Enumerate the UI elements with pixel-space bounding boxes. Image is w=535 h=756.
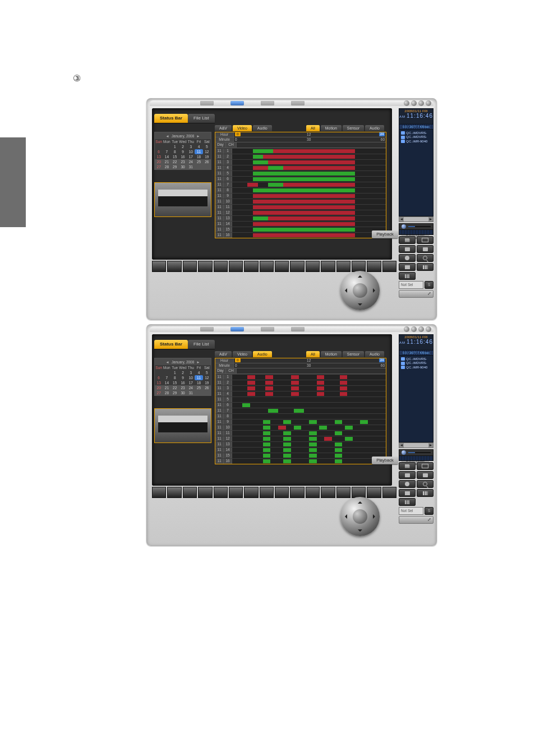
tab-file-list[interactable]: File List — [188, 114, 215, 123]
timeline-panel[interactable]: Hour 0 12 24 Minute 0 30 60 Day CH — [215, 132, 386, 238]
filter-all[interactable]: All — [306, 351, 320, 357]
jog-left-icon[interactable] — [343, 514, 347, 519]
sidebar-camera-icon[interactable] — [417, 471, 433, 479]
hour-mid: 12 — [307, 358, 311, 362]
jog-dial[interactable] — [340, 497, 380, 536]
thumbnail-strip[interactable] — [152, 261, 396, 272]
preset-select[interactable]: Not Sel — [399, 281, 423, 289]
sidebar-print-icon[interactable] — [399, 245, 416, 253]
layout-4-icon[interactable] — [417, 489, 433, 497]
help-icon[interactable] — [404, 100, 409, 106]
playback-button[interactable]: Playback — [372, 457, 398, 464]
toolbar-icon-3[interactable] — [261, 327, 274, 331]
toolbar-icon-4[interactable] — [291, 101, 305, 105]
calendar[interactable]: ◄ January, 2008 ► SunMonTueWedThuFriSat … — [154, 358, 211, 396]
jog-right-icon[interactable] — [373, 514, 377, 519]
toolbar-icon-3[interactable] — [261, 101, 274, 105]
device-scrollbar[interactable]: ◄► — [399, 216, 433, 222]
bandwidth-meter: 0.0 / 2677.7 KB/sec — [399, 125, 433, 130]
tab-audio[interactable]: Audio — [253, 125, 272, 131]
sidebar-camera-icon[interactable] — [417, 245, 433, 253]
sidebar-zoom-icon[interactable] — [417, 480, 433, 488]
maximize-icon[interactable] — [418, 100, 424, 106]
jog-right-icon[interactable] — [373, 288, 377, 293]
filter-audio[interactable]: Audio — [365, 351, 384, 357]
filter-motion[interactable]: Motion — [321, 351, 342, 357]
screenshot-audio-mode: Status Bar File List ◄ January, 2008 ► S… — [146, 324, 437, 546]
filter-sensor[interactable]: Sensor — [343, 125, 364, 131]
sidebar-monitor-icon[interactable] — [417, 236, 433, 244]
volume-slider[interactable] — [399, 223, 433, 230]
toolbar-icon-1[interactable] — [200, 327, 214, 331]
calendar-prev-icon[interactable]: ◄ — [165, 360, 169, 364]
thumbnail-strip[interactable] — [152, 487, 396, 498]
sidebar-monitor-icon[interactable] — [417, 462, 433, 470]
maximize-icon[interactable] — [418, 326, 424, 332]
playback-button[interactable]: Playback — [372, 231, 398, 238]
sidebar-disk-icon[interactable] — [399, 254, 416, 262]
tab-video[interactable]: Video — [233, 351, 252, 357]
layout-9-icon[interactable] — [399, 498, 416, 506]
sidebar-zoom-icon[interactable] — [417, 254, 433, 262]
clock-time: 11:16:46 — [407, 339, 433, 345]
toolbar-icon-1[interactable] — [200, 101, 214, 105]
label-ch: CH — [226, 368, 237, 374]
help-icon[interactable] — [404, 326, 409, 332]
layout-4-icon[interactable] — [417, 263, 433, 271]
expand-button[interactable]: ⤢ — [399, 290, 433, 298]
jog-down-icon[interactable] — [358, 303, 362, 308]
device-list[interactable]: QC..iMDVRS-QC..iMDVRS-QC..iMR-9040 — [399, 356, 433, 442]
layout-1-icon[interactable] — [399, 489, 416, 497]
section-number: ③ — [73, 73, 81, 84]
calendar-next-icon[interactable]: ► — [196, 134, 200, 138]
device-list[interactable]: QC..iMDVRS-QC..iMDVRS-QC..iMR-9040 — [399, 130, 433, 216]
preset-go-button[interactable]: S — [425, 507, 433, 515]
minimize-icon[interactable] — [411, 100, 417, 106]
toolbar-icon-2[interactable] — [230, 327, 244, 331]
clock-ampm: AM — [399, 115, 405, 118]
layout-1-icon[interactable] — [399, 263, 416, 271]
sidebar-document-icon[interactable] — [399, 236, 416, 244]
preview-thumbnail[interactable] — [154, 408, 211, 443]
calendar[interactable]: ◄ January, 2008 ► SunMonTueWedThuFriSat … — [154, 132, 211, 170]
expand-button[interactable]: ⤢ — [399, 516, 433, 524]
minute-end: 60 — [381, 137, 385, 141]
preset-select[interactable]: Not Sel — [399, 507, 423, 515]
tab-av[interactable]: A&V — [215, 351, 232, 357]
filter-all[interactable]: All — [306, 125, 320, 131]
preview-thumbnail[interactable] — [154, 182, 211, 217]
jog-up-icon[interactable] — [358, 273, 362, 278]
tab-video[interactable]: Video — [233, 125, 252, 131]
tab-audio[interactable]: Audio — [253, 351, 272, 357]
minimize-icon[interactable] — [411, 326, 417, 332]
label-hour: Hour — [215, 358, 234, 363]
tab-status-bar[interactable]: Status Bar — [154, 114, 188, 123]
close-icon[interactable] — [426, 326, 431, 332]
label-day: Day — [215, 142, 226, 147]
timeline-panel[interactable]: Hour 0 12 24 Minute 0 30 60 Day CH — [215, 358, 386, 464]
calendar-next-icon[interactable]: ► — [196, 360, 200, 364]
filter-motion[interactable]: Motion — [321, 125, 342, 131]
tab-status-bar[interactable]: Status Bar — [154, 340, 188, 349]
tab-av[interactable]: A&V — [215, 125, 232, 131]
sidebar-print-icon[interactable] — [399, 471, 416, 479]
clock-time: 11:16:46 — [407, 113, 433, 119]
volume-slider[interactable] — [399, 449, 433, 456]
jog-down-icon[interactable] — [358, 529, 362, 534]
jog-left-icon[interactable] — [343, 288, 347, 293]
tab-file-list[interactable]: File List — [188, 340, 215, 349]
toolbar-icon-2[interactable] — [230, 101, 244, 105]
sidebar-document-icon[interactable] — [399, 462, 416, 470]
device-scrollbar[interactable]: ◄► — [399, 442, 433, 448]
layout-9-icon[interactable] — [399, 272, 416, 280]
jog-up-icon[interactable] — [358, 499, 362, 504]
filter-audio[interactable]: Audio — [365, 125, 384, 131]
sidebar-disk-icon[interactable] — [399, 480, 416, 488]
hour-start: 0 — [235, 358, 241, 362]
preset-go-button[interactable]: S — [425, 281, 433, 289]
filter-sensor[interactable]: Sensor — [343, 351, 364, 357]
close-icon[interactable] — [426, 100, 431, 106]
toolbar-icon-4[interactable] — [291, 327, 305, 331]
jog-dial[interactable] — [340, 271, 380, 310]
calendar-prev-icon[interactable]: ◄ — [165, 134, 169, 138]
